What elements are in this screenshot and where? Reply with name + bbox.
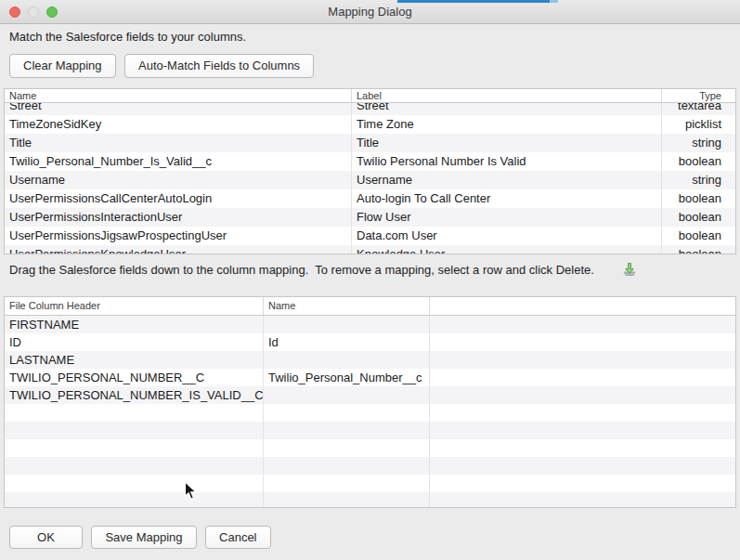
mapping-cell-name: Id xyxy=(264,333,430,351)
field-cell-name: UserPermissionsCallCenterAutoLogin xyxy=(5,189,352,208)
mapping-cell-name xyxy=(264,386,430,404)
titlebar[interactable]: Mapping Dialog xyxy=(0,0,740,24)
salesforce-fields-table[interactable]: Name Label Type StreetStreettextareaTime… xyxy=(4,88,736,254)
mapping-row[interactable]: IDId xyxy=(5,333,735,351)
field-cell-name: UserPermissionsInteractionUser xyxy=(5,208,352,227)
field-cell-name: Street xyxy=(5,103,352,115)
mapping-row-empty[interactable] xyxy=(5,439,735,457)
mapping-cell-file_column: ID xyxy=(5,333,264,351)
field-cell-name: Username xyxy=(5,171,352,189)
mapping-cell-blank xyxy=(430,439,735,457)
mapping-row-empty[interactable] xyxy=(5,457,735,475)
mapping-cell-file_column: TWILIO_PERSONAL_NUMBER__C xyxy=(5,369,264,386)
field-cell-type: boolean xyxy=(662,152,735,171)
mapping-cell-blank xyxy=(430,351,735,369)
green-down-arrow-icon xyxy=(620,260,639,282)
mapping-cell-blank xyxy=(264,422,430,439)
column-header-file-column: File Column Header xyxy=(5,297,264,315)
field-cell-name: Twilio_Personal_Number_Is_Valid__c xyxy=(5,152,352,171)
ok-button[interactable]: OK xyxy=(9,526,83,549)
field-cell-label: Data.com User xyxy=(352,227,662,245)
mapping-cell-blank xyxy=(5,422,264,439)
field-cell-name: UserPermissionsJigsawProspectingUser xyxy=(5,227,352,245)
field-cell-label: Flow User xyxy=(352,208,662,227)
mapping-cell-blank xyxy=(5,475,264,492)
drag-instruction-text: Drag the Salesforce fields down to the c… xyxy=(9,263,594,277)
auto-match-button[interactable]: Auto-Match Fields to Columns xyxy=(124,54,314,78)
mapping-row-empty[interactable] xyxy=(5,422,735,439)
mapping-cell-blank xyxy=(264,439,430,457)
mapping-row-empty[interactable] xyxy=(5,475,735,492)
field-cell-label: Time Zone xyxy=(352,115,662,134)
field-row[interactable]: UserPermissionsCallCenterAutoLoginAuto-l… xyxy=(5,189,735,208)
mapping-cell-file_column: FIRSTNAME xyxy=(5,316,264,333)
toolbar: Clear Mapping Auto-Match Fields to Colum… xyxy=(9,54,318,78)
field-cell-label: Title xyxy=(352,134,662,152)
field-row[interactable]: StreetStreettextarea xyxy=(5,103,735,115)
column-header-type: Type xyxy=(662,89,735,102)
column-header-mapped-name: Name xyxy=(264,297,430,315)
fields-table-header: Name Label Type xyxy=(5,89,735,103)
mapping-cell-blank xyxy=(5,457,264,475)
column-mapping-table[interactable]: File Column Header Name FIRSTNAMEIDIdLAS… xyxy=(4,296,736,508)
mapping-cell-blank xyxy=(5,439,264,457)
field-row[interactable]: UserPermissionsJigsawProspectingUserData… xyxy=(5,227,735,245)
mapping-cell-blank xyxy=(430,386,735,404)
field-cell-type: textarea xyxy=(662,103,735,115)
mapping-cell-name xyxy=(264,351,430,369)
mapping-cell-blank xyxy=(5,404,264,422)
field-cell-name: UserPermissionsKnowledgeUser xyxy=(5,245,352,254)
mapping-cell-file_column: TWILIO_PERSONAL_NUMBER_IS_VALID__C xyxy=(5,386,264,404)
mapping-row-empty[interactable] xyxy=(5,492,735,507)
mapping-cell-blank xyxy=(264,475,430,492)
mapping-cell-blank xyxy=(430,333,735,351)
field-cell-type: string xyxy=(662,171,735,189)
mapping-cell-name: Twilio_Personal_Number__c xyxy=(264,369,430,386)
clear-mapping-button[interactable]: Clear Mapping xyxy=(9,54,116,78)
window-title: Mapping Dialog xyxy=(0,0,740,24)
column-header-blank xyxy=(430,297,735,315)
field-cell-label: Street xyxy=(352,103,662,115)
field-cell-name: TimeZoneSidKey xyxy=(5,115,352,134)
mapping-cell-blank xyxy=(5,492,264,507)
column-header-label: Label xyxy=(352,89,662,102)
save-mapping-button[interactable]: Save Mapping xyxy=(91,526,196,549)
mapping-dialog-window: Mapping Dialog Match the Salesforce fiel… xyxy=(0,0,740,560)
field-cell-label: Auto-login To Call Center xyxy=(352,189,662,208)
mapping-row[interactable]: TWILIO_PERSONAL_NUMBER_IS_VALID__C xyxy=(5,386,735,404)
footer-button-bar: OK Save Mapping Cancel xyxy=(9,526,276,549)
field-cell-type: picklist xyxy=(662,115,735,134)
mapping-cell-blank xyxy=(430,422,735,439)
field-cell-name: Title xyxy=(5,134,352,152)
mapping-table-body[interactable]: FIRSTNAMEIDIdLASTNAMETWILIO_PERSONAL_NUM… xyxy=(5,316,735,507)
mapping-row[interactable]: FIRSTNAME xyxy=(5,316,735,333)
field-cell-type: boolean xyxy=(662,245,735,254)
field-row[interactable]: UserPermissionsKnowledgeUserKnowledge Us… xyxy=(5,245,735,254)
field-row[interactable]: TitleTitlestring xyxy=(5,134,735,152)
field-row[interactable]: Twilio_Personal_Number_Is_Valid__cTwilio… xyxy=(5,152,735,171)
field-cell-type: boolean xyxy=(662,189,735,208)
fields-table-body[interactable]: StreetStreettextareaTimeZoneSidKeyTime Z… xyxy=(5,103,735,254)
field-cell-type: boolean xyxy=(662,208,735,227)
field-row[interactable]: TimeZoneSidKeyTime Zonepicklist xyxy=(5,115,735,134)
mapping-row[interactable]: LASTNAME xyxy=(5,351,735,369)
column-header-name: Name xyxy=(5,89,352,102)
mapping-row-empty[interactable] xyxy=(5,404,735,422)
field-cell-label: Knowledge User xyxy=(352,245,662,254)
field-row[interactable]: UsernameUsernamestring xyxy=(5,171,735,189)
mapping-cell-blank xyxy=(430,457,735,475)
field-cell-type: string xyxy=(662,134,735,152)
mapping-cell-blank xyxy=(430,404,735,422)
field-row[interactable]: UserPermissionsInteractionUserFlow Userb… xyxy=(5,208,735,227)
mapping-cell-file_column: LASTNAME xyxy=(5,351,264,369)
mapping-table-header: File Column Header Name xyxy=(5,297,735,316)
mapping-row[interactable]: TWILIO_PERSONAL_NUMBER__CTwilio_Personal… xyxy=(5,369,735,386)
field-cell-label: Username xyxy=(352,171,662,189)
drag-instruction-bar: Drag the Salesforce fields down to the c… xyxy=(0,255,740,296)
cancel-button[interactable]: Cancel xyxy=(205,526,270,549)
mapping-cell-blank xyxy=(430,475,735,492)
mapping-cell-blank xyxy=(264,404,430,422)
mapping-cell-blank xyxy=(430,316,735,333)
mapping-cell-blank xyxy=(430,369,735,386)
mapping-cell-blank xyxy=(430,492,735,507)
